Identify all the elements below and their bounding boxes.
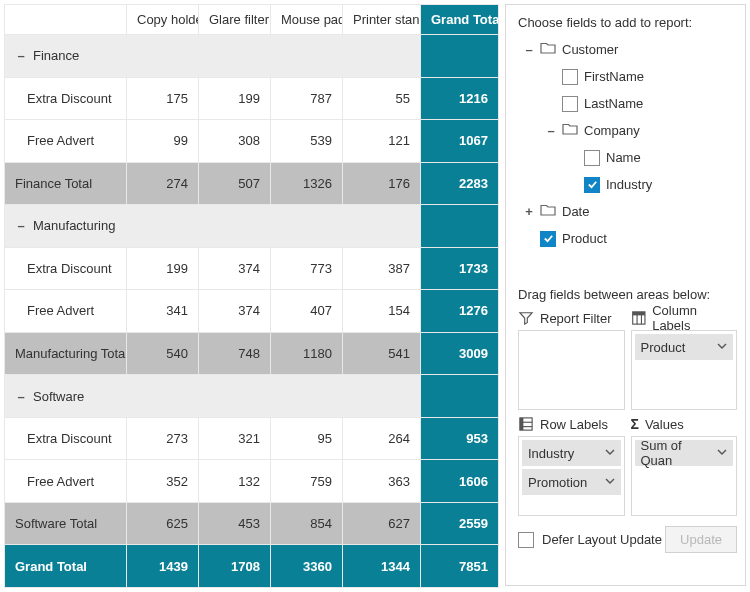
collapse-icon[interactable]: – [546, 123, 556, 138]
area-box-rows[interactable]: IndustryPromotion [518, 436, 625, 516]
chevron-down-icon[interactable] [717, 446, 727, 460]
data-cell: 264 [343, 417, 421, 460]
field-checkbox[interactable] [584, 177, 600, 193]
chevron-down-icon[interactable] [605, 475, 615, 489]
defer-checkbox[interactable] [518, 532, 534, 548]
tree-item-industry[interactable]: +Industry [518, 171, 731, 198]
subtotal-cell: 625 [127, 502, 199, 545]
field-tree[interactable]: –Customer+FirstName+LastName–Company+Nam… [518, 36, 737, 277]
subtotal-cell: 507 [199, 162, 271, 205]
subtotal-cell: 627 [343, 502, 421, 545]
subtotal-total-cell: 2283 [421, 162, 499, 205]
column-item[interactable]: Product [635, 334, 734, 360]
grand-total-total: 7851 [421, 545, 499, 588]
row-total-cell: 1606 [421, 460, 499, 503]
area-row-labels: Row Labels IndustryPromotion [518, 416, 625, 516]
col-header[interactable]: Glare filter [199, 5, 271, 35]
tree-item-company[interactable]: –Company [518, 117, 731, 144]
defer-update-option[interactable]: Defer Layout Update [518, 532, 662, 548]
tree-item-label: Industry [606, 177, 652, 192]
area-values: Σ Values Sum of Quan [631, 416, 738, 516]
tree-item-lastname[interactable]: +LastName [518, 90, 731, 117]
areas-grid: Report Filter Column Labels Product Row … [518, 310, 737, 516]
grand-total-row-label: Grand Total [5, 545, 127, 588]
data-cell: 321 [199, 417, 271, 460]
group-row-label[interactable]: –Finance [5, 35, 421, 78]
col-header[interactable]: Mouse pad [271, 5, 343, 35]
filter-icon [518, 311, 534, 325]
area-title-label: Report Filter [540, 311, 612, 326]
subtotal-total-cell: 2559 [421, 502, 499, 545]
value-item[interactable]: Sum of Quan [635, 440, 734, 466]
collapse-icon[interactable]: – [15, 48, 27, 63]
folder-icon [540, 203, 556, 217]
area-column-labels: Column Labels Product [631, 310, 738, 410]
row-total-cell: 1216 [421, 77, 499, 120]
field-checkbox[interactable] [562, 69, 578, 85]
collapse-icon[interactable]: – [15, 218, 27, 233]
row-total-cell: 953 [421, 417, 499, 460]
area-item-label: Promotion [528, 475, 587, 490]
tree-item-label: Product [562, 231, 607, 246]
sigma-icon: Σ [631, 416, 639, 432]
data-cell: 99 [127, 120, 199, 163]
grand-total-cell: 1708 [199, 545, 271, 588]
row-label[interactable]: Extra Discount [5, 417, 127, 460]
row-label[interactable]: Extra Discount [5, 247, 127, 290]
grand-total-col-header[interactable]: Grand Total [421, 5, 499, 35]
data-cell: 121 [343, 120, 421, 163]
field-checkbox[interactable] [540, 231, 556, 247]
col-header[interactable]: Copy holder [127, 5, 199, 35]
folder-icon [540, 41, 556, 55]
data-cell: 199 [127, 247, 199, 290]
area-box-columns[interactable]: Product [631, 330, 738, 410]
subtotal-cell: 176 [343, 162, 421, 205]
subtotal-label: Software Total [5, 502, 127, 545]
row-label[interactable]: Free Advert [5, 290, 127, 333]
grand-total-cell [421, 205, 499, 248]
area-item-label: Industry [528, 446, 574, 461]
tree-item-firstname[interactable]: +FirstName [518, 63, 731, 90]
col-header[interactable]: Printer stand [343, 5, 421, 35]
data-cell: 273 [127, 417, 199, 460]
collapse-icon[interactable]: – [524, 42, 534, 57]
row-total-cell: 1067 [421, 120, 499, 163]
tree-item-customer[interactable]: –Customer [518, 36, 731, 63]
group-row-label[interactable]: –Software [5, 375, 421, 418]
row-item[interactable]: Promotion [522, 469, 621, 495]
chevron-down-icon[interactable] [605, 446, 615, 460]
row-label[interactable]: Free Advert [5, 460, 127, 503]
area-item-label: Product [641, 340, 686, 355]
area-title-label: Row Labels [540, 417, 608, 432]
data-cell: 759 [271, 460, 343, 503]
subtotal-label: Finance Total [5, 162, 127, 205]
svg-rect-1 [632, 312, 644, 316]
row-total-cell: 1276 [421, 290, 499, 333]
chevron-down-icon[interactable] [717, 340, 727, 354]
expand-icon[interactable]: + [524, 204, 534, 219]
field-list-panel: Choose fields to add to report: –Custome… [505, 4, 746, 586]
data-cell: 539 [271, 120, 343, 163]
tree-item-date[interactable]: +Date [518, 198, 731, 225]
collapse-icon[interactable]: – [15, 389, 27, 404]
subtotal-cell: 540 [127, 332, 199, 375]
group-row-label[interactable]: –Manufacturing [5, 205, 421, 248]
tree-item-product[interactable]: +Product [518, 225, 731, 252]
tree-item-label: Company [584, 123, 640, 138]
data-cell: 787 [271, 77, 343, 120]
tree-item-name[interactable]: +Name [518, 144, 731, 171]
area-box-values[interactable]: Sum of Quan [631, 436, 738, 516]
area-box-filter[interactable] [518, 330, 625, 410]
grand-total-cell: 1439 [127, 545, 199, 588]
subtotal-cell: 1326 [271, 162, 343, 205]
data-cell: 95 [271, 417, 343, 460]
row-label[interactable]: Free Advert [5, 120, 127, 163]
field-checkbox[interactable] [584, 150, 600, 166]
grand-total-cell [421, 35, 499, 78]
column-labels-icon [631, 311, 647, 325]
panel-bottom-row: Defer Layout Update Update [518, 526, 737, 553]
row-item[interactable]: Industry [522, 440, 621, 466]
field-checkbox[interactable] [562, 96, 578, 112]
row-label[interactable]: Extra Discount [5, 77, 127, 120]
data-cell: 773 [271, 247, 343, 290]
